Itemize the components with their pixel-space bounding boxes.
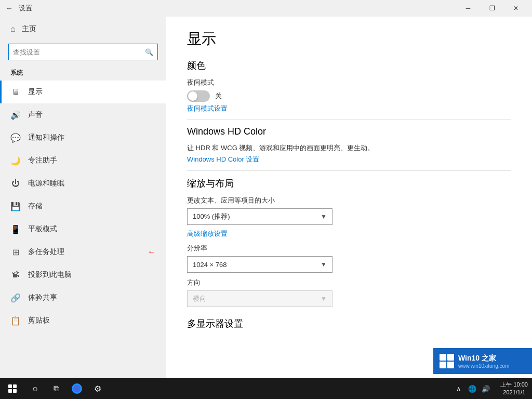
night-mode-settings-link[interactable]: 夜间模式设置 [187,104,511,113]
night-mode-toggle[interactable] [187,90,210,102]
hdr-settings-link[interactable]: Windows HD Color 设置 [187,155,511,164]
close-button[interactable]: ✕ [504,0,528,17]
titlebar-title: 设置 [19,4,32,13]
sidebar-home-button[interactable]: ⌂ 主页 [0,17,166,42]
win-logo-icon [440,354,454,368]
sidebar-item-multitask[interactable]: ⊞ 多任务处理 ← [0,241,166,263]
notifications-icon: 💬 [10,133,21,143]
minimize-button[interactable]: ─ [456,0,480,17]
tray-expand-icon[interactable]: ∧ [453,378,465,399]
sidebar-home-label: 主页 [22,24,36,34]
window-controls: ─ ❐ ✕ [456,0,528,17]
sidebar-item-notifications[interactable]: 💬 通知和操作 [0,126,166,149]
scale-dropdown[interactable]: 100% (推荐) ▼ [187,208,332,225]
orientation-dropdown: 横向 ▼ [187,290,332,307]
content-area: 显示 颜色 夜间模式 关 夜间模式设置 Windows HD Color 让 H… [166,17,532,378]
sidebar-item-power[interactable]: ⏻ 电源和睡眠 [0,172,166,195]
back-button[interactable]: ← [4,3,15,14]
toggle-knob [188,91,197,101]
tray-volume-icon[interactable]: 🔊 [480,378,492,399]
clock-date: 2021/1/1 [500,389,528,396]
watermark-url: www.win10xitong.com [458,363,509,369]
sidebar-item-share[interactable]: 🔗 体验共享 [0,286,166,309]
nav-list: 🖥 显示 🔊 声音 💬 通知和操作 🌙 专注助手 ⏻ 电源和睡眠 💾 存储 📱 … [0,81,166,332]
search-input[interactable] [13,48,145,56]
cortana-inner-icon [73,385,81,392]
power-icon: ⏻ [10,179,21,188]
multitask-icon: ⊞ [10,247,21,257]
display-icon: 🖥 [10,87,21,97]
maximize-button[interactable]: ❐ [480,0,504,17]
resolution-label: 分辨率 [187,244,511,253]
orientation-value: 横向 [193,294,206,303]
resolution-dropdown[interactable]: 532 × 399 ▼ [187,256,332,273]
scale-chevron-icon: ▼ [321,213,327,220]
watermark: Win10 之家 www.win10xitong.com [433,348,532,374]
clipboard-icon: 📋 [10,316,21,326]
hdr-section-title: Windows HD Color [187,126,511,137]
windows-logo-icon [8,384,17,393]
sidebar-item-project[interactable]: 📽 投影到此电脑 [0,263,166,286]
tray-network-icon[interactable]: 🌐 [466,378,478,399]
start-button[interactable] [0,378,25,399]
tablet-icon: 📱 [10,224,21,234]
focus-icon: 🌙 [10,156,21,166]
scale-value: 100% (推荐) [193,212,230,221]
toggle-state-label: 关 [215,91,222,101]
app-container: ⌂ 主页 🔍 系统 🖥 显示 🔊 声音 💬 通知和操作 🌙 专注助手 ⏻ 电源和… [0,17,532,378]
taskbar-multitask-button[interactable]: ⧉ [46,378,66,399]
clock-time: 上午 10:00 [500,381,528,389]
search-box[interactable]: 🔍 [8,44,158,60]
taskbar-cortana-button[interactable] [66,378,87,399]
sidebar-item-storage[interactable]: 💾 存储 [0,195,166,218]
sidebar-item-display[interactable]: 🖥 显示 [0,81,166,103]
sound-icon: 🔊 [10,110,21,120]
scale-section-title: 缩放与布局 [187,177,511,190]
nav-arrow-icon: ← [148,247,156,257]
advanced-scale-link[interactable]: 高级缩放设置 [187,229,511,238]
system-section-label: 系统 [0,66,166,81]
taskbar-search-button[interactable]: ○ [25,378,46,399]
taskbar-settings-button[interactable]: ⚙ [87,378,108,399]
resolution-chevron-icon: ▼ [321,261,327,268]
divider-2 [187,170,511,171]
sidebar-item-focus[interactable]: 🌙 专注助手 [0,149,166,172]
sidebar-item-sound[interactable]: 🔊 声音 [0,103,166,126]
orientation-label: 方向 [187,278,511,287]
night-mode-toggle-row: 关 [187,90,511,102]
project-icon: 📽 [10,270,21,280]
home-icon: ⌂ [10,24,16,34]
taskbar-tray: ∧ 🌐 🔊 [448,378,496,399]
watermark-title: Win10 之家 [458,354,509,363]
page-title: 显示 [187,29,511,49]
scale-dropdown-container: 100% (推荐) ▼ [187,208,332,225]
titlebar: ← 设置 ─ ❐ ✕ [0,0,532,17]
cortana-icon [72,383,82,394]
tray-clock[interactable]: 上午 10:00 2021/1/1 [496,381,532,397]
search-icon: 🔍 [145,48,153,56]
orientation-chevron-icon: ▼ [321,295,327,302]
orientation-dropdown-container: 横向 ▼ [187,290,332,307]
sidebar-item-clipboard[interactable]: 📋 剪贴板 [0,309,166,332]
sidebar: ⌂ 主页 🔍 系统 🖥 显示 🔊 声音 💬 通知和操作 🌙 专注助手 ⏻ 电源和… [0,17,166,378]
hdr-description: 让 HDR 和 WCG 视频、游戏和应用中的画面更明亮、更生动。 [187,143,511,153]
scale-label: 更改文本、应用等项目的大小 [187,196,511,205]
sidebar-item-tablet[interactable]: 📱 平板模式 [0,218,166,241]
share-icon: 🔗 [10,293,21,303]
divider-1 [187,119,511,120]
resolution-dropdown-container: 532 × 399 ▼ [187,256,332,273]
storage-icon: 💾 [10,202,21,211]
night-mode-label: 夜间模式 [187,78,511,87]
watermark-text-block: Win10 之家 www.win10xitong.com [458,354,509,369]
resolution-value: 532 × 399 [193,261,227,269]
multi-monitor-section-title: 多显示器设置 [187,317,511,330]
taskbar: ○ ⧉ ⚙ ∧ 🌐 🔊 上午 10:00 2021/1/1 [0,378,532,399]
color-section-title: 颜色 [187,59,511,72]
